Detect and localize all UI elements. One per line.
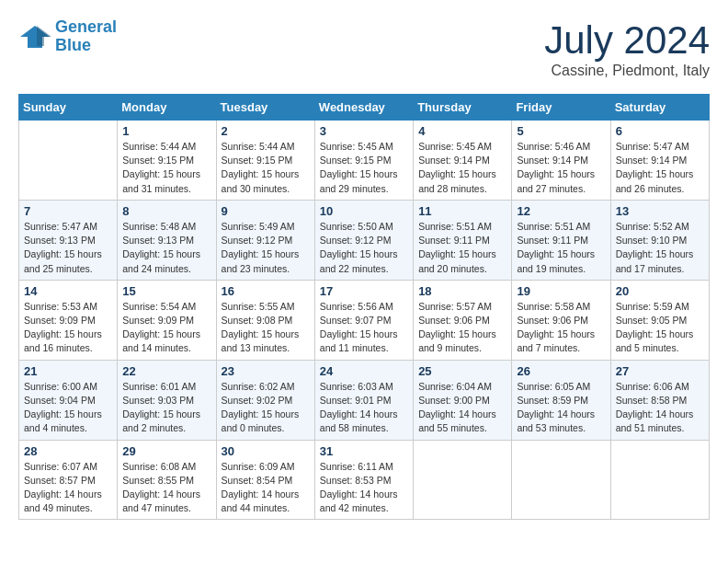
day-info: Sunrise: 6:03 AM Sunset: 9:01 PM Dayligh… bbox=[320, 380, 408, 436]
calendar-cell bbox=[19, 121, 118, 201]
day-info: Sunrise: 5:45 AM Sunset: 9:15 PM Dayligh… bbox=[320, 140, 408, 196]
calendar-cell: 19Sunrise: 5:58 AM Sunset: 9:06 PM Dayli… bbox=[512, 280, 610, 360]
weekday-header-row: SundayMondayTuesdayWednesdayThursdayFrid… bbox=[19, 95, 710, 121]
day-number: 3 bbox=[320, 124, 408, 138]
day-number: 7 bbox=[24, 204, 112, 218]
week-row-4: 21Sunrise: 6:00 AM Sunset: 9:04 PM Dayli… bbox=[19, 360, 710, 440]
day-info: Sunrise: 5:56 AM Sunset: 9:07 PM Dayligh… bbox=[320, 300, 408, 356]
day-number: 1 bbox=[122, 124, 210, 138]
title-block: July 2024 Cassine, Piedmont, Italy bbox=[544, 18, 710, 79]
day-info: Sunrise: 6:09 AM Sunset: 8:54 PM Dayligh… bbox=[222, 460, 310, 516]
svg-marker-1 bbox=[37, 26, 51, 46]
day-info: Sunrise: 5:47 AM Sunset: 9:13 PM Dayligh… bbox=[24, 220, 112, 276]
calendar-cell: 12Sunrise: 5:51 AM Sunset: 9:11 PM Dayli… bbox=[512, 200, 610, 280]
day-info: Sunrise: 5:55 AM Sunset: 9:08 PM Dayligh… bbox=[222, 300, 310, 356]
day-number: 13 bbox=[616, 204, 704, 218]
day-number: 22 bbox=[122, 364, 210, 378]
calendar-cell: 26Sunrise: 6:05 AM Sunset: 8:59 PM Dayli… bbox=[512, 360, 610, 440]
day-number: 21 bbox=[24, 364, 112, 378]
day-info: Sunrise: 5:54 AM Sunset: 9:09 PM Dayligh… bbox=[122, 300, 210, 356]
calendar-cell: 6Sunrise: 5:47 AM Sunset: 9:14 PM Daylig… bbox=[610, 121, 709, 201]
day-number: 23 bbox=[222, 364, 310, 378]
logo-line2: Blue bbox=[55, 36, 91, 54]
day-info: Sunrise: 6:04 AM Sunset: 9:00 PM Dayligh… bbox=[418, 380, 506, 436]
day-info: Sunrise: 6:08 AM Sunset: 8:55 PM Dayligh… bbox=[122, 460, 210, 516]
calendar-cell: 13Sunrise: 5:52 AM Sunset: 9:10 PM Dayli… bbox=[610, 200, 709, 280]
day-number: 27 bbox=[616, 364, 704, 378]
day-number: 9 bbox=[222, 204, 310, 218]
day-number: 6 bbox=[616, 124, 704, 138]
day-number: 28 bbox=[24, 444, 112, 458]
calendar-cell bbox=[512, 440, 610, 520]
weekday-header-sunday: Sunday bbox=[19, 95, 118, 121]
day-number: 24 bbox=[320, 364, 408, 378]
day-info: Sunrise: 5:58 AM Sunset: 9:06 PM Dayligh… bbox=[517, 300, 605, 356]
day-number: 4 bbox=[418, 124, 506, 138]
day-info: Sunrise: 5:49 AM Sunset: 9:12 PM Dayligh… bbox=[222, 220, 310, 276]
week-row-5: 28Sunrise: 6:07 AM Sunset: 8:57 PM Dayli… bbox=[19, 440, 710, 520]
day-number: 29 bbox=[122, 444, 210, 458]
day-info: Sunrise: 6:07 AM Sunset: 8:57 PM Dayligh… bbox=[24, 460, 112, 516]
day-number: 5 bbox=[517, 124, 605, 138]
day-info: Sunrise: 5:48 AM Sunset: 9:13 PM Dayligh… bbox=[122, 220, 210, 276]
day-info: Sunrise: 5:51 AM Sunset: 9:11 PM Dayligh… bbox=[418, 220, 506, 276]
day-info: Sunrise: 6:00 AM Sunset: 9:04 PM Dayligh… bbox=[24, 380, 112, 436]
calendar-cell: 16Sunrise: 5:55 AM Sunset: 9:08 PM Dayli… bbox=[216, 280, 314, 360]
logo-icon bbox=[18, 24, 51, 50]
day-number: 18 bbox=[418, 284, 506, 298]
day-number: 8 bbox=[122, 204, 210, 218]
location-subtitle: Cassine, Piedmont, Italy bbox=[544, 63, 710, 79]
calendar-cell: 14Sunrise: 5:53 AM Sunset: 9:09 PM Dayli… bbox=[19, 280, 118, 360]
day-info: Sunrise: 5:53 AM Sunset: 9:09 PM Dayligh… bbox=[24, 300, 112, 356]
day-info: Sunrise: 5:57 AM Sunset: 9:06 PM Dayligh… bbox=[418, 300, 506, 356]
logo-text: General Blue bbox=[55, 18, 117, 55]
day-number: 31 bbox=[320, 444, 408, 458]
calendar-cell: 22Sunrise: 6:01 AM Sunset: 9:03 PM Dayli… bbox=[118, 360, 216, 440]
day-number: 10 bbox=[320, 204, 408, 218]
calendar-cell: 1Sunrise: 5:44 AM Sunset: 9:15 PM Daylig… bbox=[118, 121, 216, 201]
day-number: 12 bbox=[517, 204, 605, 218]
calendar-cell: 31Sunrise: 6:11 AM Sunset: 8:53 PM Dayli… bbox=[314, 440, 413, 520]
day-number: 19 bbox=[517, 284, 605, 298]
day-info: Sunrise: 6:05 AM Sunset: 8:59 PM Dayligh… bbox=[517, 380, 605, 436]
weekday-header-friday: Friday bbox=[512, 95, 610, 121]
day-info: Sunrise: 5:47 AM Sunset: 9:14 PM Dayligh… bbox=[616, 140, 704, 196]
week-row-2: 7Sunrise: 5:47 AM Sunset: 9:13 PM Daylig… bbox=[19, 200, 710, 280]
month-year-title: July 2024 bbox=[544, 18, 710, 63]
day-number: 14 bbox=[24, 284, 112, 298]
calendar-cell: 23Sunrise: 6:02 AM Sunset: 9:02 PM Dayli… bbox=[216, 360, 314, 440]
day-info: Sunrise: 5:52 AM Sunset: 9:10 PM Dayligh… bbox=[616, 220, 704, 276]
calendar-cell: 3Sunrise: 5:45 AM Sunset: 9:15 PM Daylig… bbox=[314, 121, 413, 201]
week-row-3: 14Sunrise: 5:53 AM Sunset: 9:09 PM Dayli… bbox=[19, 280, 710, 360]
calendar-cell: 28Sunrise: 6:07 AM Sunset: 8:57 PM Dayli… bbox=[19, 440, 118, 520]
calendar-cell bbox=[610, 440, 709, 520]
calendar-cell: 2Sunrise: 5:44 AM Sunset: 9:15 PM Daylig… bbox=[216, 121, 314, 201]
logo: General Blue bbox=[18, 18, 117, 55]
day-info: Sunrise: 6:06 AM Sunset: 8:58 PM Dayligh… bbox=[616, 380, 704, 436]
day-number: 11 bbox=[418, 204, 506, 218]
day-info: Sunrise: 5:50 AM Sunset: 9:12 PM Dayligh… bbox=[320, 220, 408, 276]
calendar-cell: 18Sunrise: 5:57 AM Sunset: 9:06 PM Dayli… bbox=[414, 280, 512, 360]
day-number: 2 bbox=[222, 124, 310, 138]
calendar-cell: 9Sunrise: 5:49 AM Sunset: 9:12 PM Daylig… bbox=[216, 200, 314, 280]
day-number: 17 bbox=[320, 284, 408, 298]
calendar-cell: 7Sunrise: 5:47 AM Sunset: 9:13 PM Daylig… bbox=[19, 200, 118, 280]
weekday-header-tuesday: Tuesday bbox=[216, 95, 314, 121]
day-number: 30 bbox=[222, 444, 310, 458]
weekday-header-saturday: Saturday bbox=[610, 95, 709, 121]
calendar-cell: 27Sunrise: 6:06 AM Sunset: 8:58 PM Dayli… bbox=[610, 360, 709, 440]
calendar-cell: 30Sunrise: 6:09 AM Sunset: 8:54 PM Dayli… bbox=[216, 440, 314, 520]
day-number: 16 bbox=[222, 284, 310, 298]
day-info: Sunrise: 6:02 AM Sunset: 9:02 PM Dayligh… bbox=[222, 380, 310, 436]
weekday-header-wednesday: Wednesday bbox=[314, 95, 413, 121]
logo-line1: General bbox=[55, 17, 117, 36]
calendar-cell: 17Sunrise: 5:56 AM Sunset: 9:07 PM Dayli… bbox=[314, 280, 413, 360]
weekday-header-monday: Monday bbox=[118, 95, 216, 121]
day-info: Sunrise: 5:44 AM Sunset: 9:15 PM Dayligh… bbox=[122, 140, 210, 196]
calendar-cell: 29Sunrise: 6:08 AM Sunset: 8:55 PM Dayli… bbox=[118, 440, 216, 520]
page-header: General Blue July 2024 Cassine, Piedmont… bbox=[18, 18, 710, 79]
week-row-1: 1Sunrise: 5:44 AM Sunset: 9:15 PM Daylig… bbox=[19, 121, 710, 201]
day-info: Sunrise: 6:01 AM Sunset: 9:03 PM Dayligh… bbox=[122, 380, 210, 436]
calendar-cell: 25Sunrise: 6:04 AM Sunset: 9:00 PM Dayli… bbox=[414, 360, 512, 440]
calendar-table: SundayMondayTuesdayWednesdayThursdayFrid… bbox=[18, 94, 710, 520]
